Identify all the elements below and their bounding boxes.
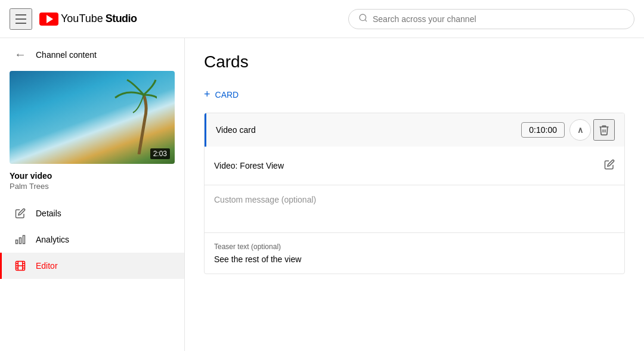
page-title: Cards: [204, 52, 625, 72]
back-arrow-icon: ←: [14, 48, 26, 61]
collapse-button[interactable]: ∧: [569, 119, 591, 141]
editor-label: Editor: [36, 261, 58, 271]
trash-icon: [598, 124, 610, 136]
sidebar-item-editor[interactable]: Editor: [0, 253, 184, 279]
plus-icon: +: [204, 88, 210, 101]
bar-chart-icon: [14, 234, 26, 246]
pencil-edit-icon: [604, 159, 615, 170]
custom-message-row: Custom message (optional): [205, 185, 624, 232]
app-container: YouTube Studio ← Channel content 2:03: [0, 0, 644, 351]
search-icon: [358, 13, 368, 25]
analytics-label: Analytics: [36, 235, 69, 244]
palm-tree-decoration: [109, 77, 157, 154]
video-card-label: Video card: [216, 125, 521, 135]
chevron-up-icon: ∧: [577, 125, 583, 135]
sidebar-item-details[interactable]: Details: [0, 200, 184, 226]
search-input[interactable]: [373, 14, 624, 24]
svg-rect-4: [16, 240, 18, 244]
delete-card-button[interactable]: [593, 119, 615, 141]
back-label: Channel content: [36, 50, 97, 60]
video-title: Your video: [10, 171, 175, 181]
svg-rect-3: [20, 238, 21, 244]
header: YouTube Studio: [0, 0, 644, 38]
youtube-logo-icon: [39, 13, 58, 26]
video-card-header: Video card 0:10:00 ∧: [205, 113, 624, 147]
video-thumbnail-container: 2:03: [10, 71, 175, 164]
video-card-time[interactable]: 0:10:00: [521, 122, 565, 138]
video-info: Your video Palm Trees: [0, 164, 184, 195]
sidebar: ← Channel content 2:03: [0, 38, 185, 351]
video-field-value: Video: Forest View: [214, 161, 599, 170]
film-icon: [14, 260, 26, 272]
video-field-row: Video: Forest View: [205, 147, 624, 185]
sidebar-item-analytics[interactable]: Analytics: [0, 226, 184, 253]
studio-label: YouTube Studio: [61, 13, 137, 25]
svg-point-0: [360, 14, 366, 21]
hamburger-menu-button[interactable]: [10, 8, 32, 30]
sidebar-nav: Details Analytics Editor: [0, 200, 184, 279]
header-left: YouTube Studio: [10, 8, 137, 30]
add-card-label: CARD: [215, 90, 239, 100]
teaser-field-row: Teaser text (optional) See the rest of t…: [205, 232, 624, 274]
teaser-label: Teaser text (optional): [214, 243, 615, 251]
add-card-button[interactable]: + CARD: [204, 86, 239, 103]
content-area: ← Channel content 2:03: [0, 38, 644, 351]
logo[interactable]: YouTube Studio: [39, 13, 137, 26]
card-body: Video: Forest View Custom message (optio…: [205, 147, 624, 274]
search-bar[interactable]: [348, 9, 634, 29]
video-card-section: Video card 0:10:00 ∧ Video: Forest View: [204, 113, 625, 274]
pencil-icon: [14, 207, 26, 219]
custom-message-placeholder: Custom message (optional): [214, 195, 316, 204]
svg-line-1: [365, 20, 367, 21]
details-label: Details: [36, 209, 61, 218]
video-subtitle: Palm Trees: [10, 182, 175, 191]
svg-rect-2: [23, 235, 25, 244]
back-button[interactable]: ← Channel content: [0, 38, 184, 71]
main-content: Cards + CARD Video card 0:10:00 ∧: [185, 38, 644, 351]
edit-video-button[interactable]: [604, 159, 615, 172]
teaser-value: See the rest of the view: [214, 254, 615, 264]
